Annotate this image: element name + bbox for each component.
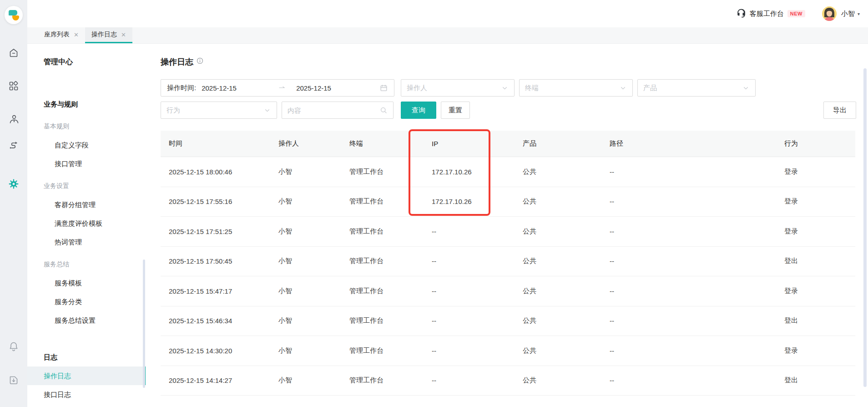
table-cell: -- — [601, 347, 776, 355]
sidebar-item-api-management[interactable]: 接口管理 — [27, 154, 146, 173]
agent-icon[interactable] — [8, 114, 19, 125]
table-header-row: 时间操作人终端IP产品路径行为 — [161, 131, 855, 157]
sidebar-item-service-summary-settings[interactable]: 服务总结设置 — [27, 311, 146, 330]
reset-button[interactable]: 重置 — [441, 102, 470, 119]
date-range-picker[interactable]: 操作时间: 2025-12-15 2025-12-15 — [161, 79, 394, 97]
content-search-field — [282, 102, 394, 119]
table-cell: 小智 — [270, 376, 341, 385]
close-icon[interactable]: ✕ — [74, 31, 79, 38]
table-cell: -- — [424, 347, 515, 355]
table-row: 2025-12-15 14:30:20小智管理工作台--公共--登录 — [161, 336, 855, 366]
search-icon — [379, 106, 388, 114]
arrow-right-icon — [278, 83, 296, 93]
table-cell: 小智 — [270, 316, 341, 325]
table-cell: -- — [601, 317, 776, 325]
table-cell: 登出 — [776, 257, 855, 265]
export-button[interactable]: 导出 — [823, 102, 856, 119]
table-cell: 小智 — [270, 257, 341, 265]
table-row: 2025-12-15 15:46:34小智管理工作台--公共--登出 — [161, 306, 855, 336]
sidebar-nav: 业务与规则基本规则自定义字段接口管理业务设置客群分组管理满意度评价模板热词管理服… — [27, 95, 146, 404]
sidebar-item-service-category[interactable]: 服务分类 — [27, 292, 146, 311]
table-cell: 2025-12-15 14:14:27 — [161, 376, 270, 384]
table-cell: 2025-12-15 17:50:45 — [161, 257, 270, 265]
bell-icon[interactable] — [8, 341, 19, 352]
apps-icon[interactable] — [8, 81, 19, 92]
tab-label: 操作日志 — [91, 31, 117, 39]
date-range-label: 操作时间: — [167, 84, 196, 92]
table-cell: 小智 — [270, 227, 341, 236]
table-row: 2025-12-15 17:55:16小智管理工作台172.17.10.26公共… — [161, 187, 855, 217]
tab-strip: 座席列表 ✕ 操作日志 ✕ — [27, 27, 868, 44]
terminal-placeholder: 终端 — [525, 84, 539, 92]
sidebar-scrollbar[interactable] — [143, 259, 145, 388]
table-cell: -- — [601, 198, 776, 205]
info-icon[interactable] — [196, 57, 204, 67]
table-cell: 管理工作台 — [341, 346, 424, 355]
sidebar-item-hot-words[interactable]: 热词管理 — [27, 233, 146, 251]
table-cell: 公共 — [515, 316, 601, 325]
sidebar-item-satisfaction-template[interactable]: 满意度评价模板 — [27, 214, 146, 233]
nav-group-label: 基本规则 — [27, 117, 146, 136]
sidebar-item-service-template[interactable]: 服务模板 — [27, 274, 146, 292]
table-cell: 公共 — [515, 257, 601, 265]
user-menu[interactable]: 小智 ▾ — [805, 6, 860, 21]
table-row: 2025-12-15 17:50:45小智管理工作台--公共--登出 — [161, 247, 855, 277]
table-cell: 公共 — [515, 227, 601, 236]
chevron-down-icon — [619, 84, 627, 92]
avatar — [822, 6, 837, 21]
content-search-input[interactable] — [288, 107, 379, 114]
table-cell: 管理工作台 — [341, 257, 424, 265]
page-title-text: 操作日志 — [161, 56, 193, 67]
route-icon[interactable] — [8, 140, 19, 151]
table-cell: -- — [424, 317, 515, 325]
close-icon[interactable]: ✕ — [121, 31, 126, 38]
tab-operation-log[interactable]: 操作日志 ✕ — [85, 27, 132, 43]
product-select[interactable]: 产品 — [637, 79, 756, 97]
table-cell: -- — [601, 257, 776, 265]
table-cell: -- — [424, 228, 515, 235]
column-header: 产品 — [515, 139, 601, 148]
sidebar: 管理中心 业务与规则基本规则自定义字段接口管理业务设置客群分组管理满意度评价模板… — [27, 44, 146, 407]
column-header: 时间 — [161, 139, 270, 148]
download-icon[interactable] — [8, 375, 19, 386]
calendar-icon — [379, 84, 388, 92]
table-cell: -- — [424, 257, 515, 265]
table-row: 2025-12-15 15:47:17小智管理工作台--公共--登录 — [161, 276, 855, 306]
table-cell: -- — [601, 168, 776, 176]
table-cell: 公共 — [515, 287, 601, 295]
table-cell: 公共 — [515, 168, 601, 176]
terminal-select[interactable]: 终端 — [519, 79, 633, 97]
table-cell: 管理工作台 — [341, 287, 424, 295]
table-cell: 管理工作台 — [341, 316, 424, 325]
nav-section-heading: 日志 — [27, 348, 146, 366]
tab-agent-list[interactable]: 座席列表 ✕ — [38, 27, 85, 43]
workbench-switcher[interactable]: 客服工作台 NEW — [736, 8, 805, 20]
app-logo[interactable] — [5, 6, 23, 24]
behavior-select[interactable]: 行为 — [161, 102, 277, 119]
query-button[interactable]: 查询 — [401, 102, 436, 119]
operator-select[interactable]: 操作人 — [401, 79, 515, 97]
table-cell: 管理工作台 — [341, 227, 424, 236]
sidebar-item-custom-fields[interactable]: 自定义字段 — [27, 136, 146, 154]
page-scrollbar[interactable] — [863, 68, 867, 387]
table-cell: 172.17.10.26 — [424, 198, 515, 205]
settings-icon[interactable] — [8, 178, 19, 189]
column-header: 行为 — [776, 139, 855, 148]
table-cell: -- — [424, 376, 515, 384]
chevron-down-icon — [742, 84, 750, 92]
headset-icon — [736, 8, 746, 20]
column-header: 终端 — [341, 139, 424, 148]
table-row: 2025-12-15 17:51:25小智管理工作台--公共--登录 — [161, 217, 855, 247]
date-end-value: 2025-12-15 — [296, 84, 379, 92]
column-header: 路径 — [601, 139, 776, 148]
sidebar-item-api-log[interactable]: 接口日志 — [27, 385, 146, 404]
home-icon[interactable] — [8, 47, 19, 58]
nav-section-heading: 业务与规则 — [27, 95, 146, 113]
behavior-placeholder: 行为 — [167, 106, 180, 115]
table-body: 2025-12-15 18:00:46小智管理工作台172.17.10.26公共… — [161, 157, 855, 396]
sidebar-item-operation-log[interactable]: 操作日志 — [27, 366, 146, 385]
operator-placeholder: 操作人 — [407, 84, 427, 92]
table-cell: 登录 — [776, 346, 855, 355]
sidebar-item-customer-group-management[interactable]: 客群分组管理 — [27, 195, 146, 214]
new-badge: NEW — [787, 10, 805, 17]
